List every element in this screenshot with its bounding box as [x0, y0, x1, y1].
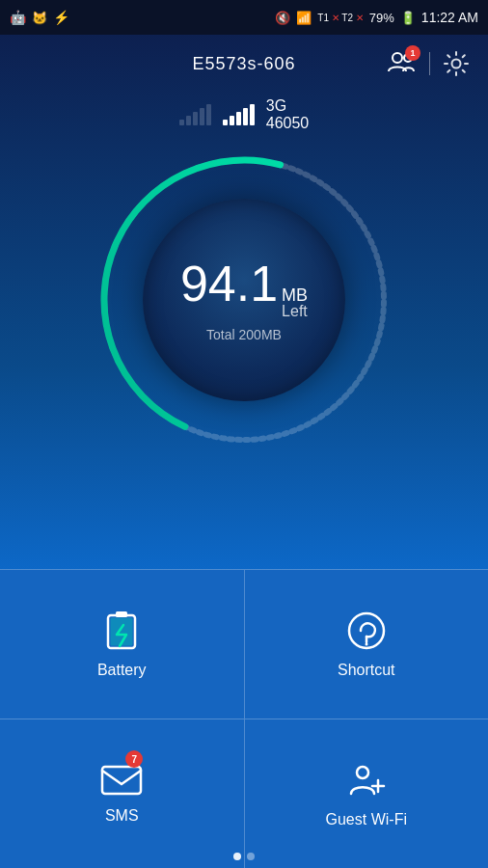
- main-content: E5573s-606 1: [0, 35, 488, 868]
- svg-point-10: [365, 643, 367, 646]
- status-left-icons: 🤖 🐱 ⚡: [10, 10, 69, 25]
- usb-icon: ⚡: [53, 10, 69, 25]
- svg-rect-8: [111, 618, 133, 646]
- svg-point-12: [357, 767, 368, 778]
- svg-point-2: [452, 60, 461, 68]
- data-mb-label: MB: [282, 286, 308, 304]
- page-dots: [233, 853, 255, 860]
- data-gauge: 94.1 MB Left Total 200MB: [90, 146, 398, 454]
- guest-wifi-icon: [345, 759, 388, 801]
- battery-indicator: 79%: [369, 11, 394, 25]
- battery-label: Battery: [97, 662, 147, 679]
- wifi-icon: 📶: [296, 11, 312, 25]
- user-badge: 1: [405, 45, 420, 61]
- status-right-area: 🔇 📶 T1 ✕ T2 ✕ 79% 🔋 11:22 AM: [275, 10, 478, 25]
- signal-bars-dim: [179, 104, 211, 125]
- data-value-display: 94.1 MB Left: [180, 258, 308, 323]
- data-total-label: Total 200MB: [206, 327, 282, 342]
- grid-row-2: 7 SMS Guest Wi-Fi: [0, 719, 488, 868]
- shortcut-icon: [345, 610, 388, 652]
- mute-icon: 🔇: [275, 11, 290, 25]
- page-dot-2[interactable]: [247, 853, 255, 860]
- data-unit-wrap: MB Left: [282, 286, 308, 319]
- user-icon-wrap[interactable]: 1: [387, 50, 416, 77]
- network-area: 3G 46050: [0, 93, 488, 146]
- gauge-inner-display: 94.1 MB Left Total 200MB: [143, 199, 345, 401]
- svg-rect-11: [102, 767, 141, 794]
- sms-envelope-icon: [100, 763, 143, 798]
- shortcut-cell[interactable]: Shortcut: [245, 570, 489, 719]
- data-left-label: Left: [282, 304, 308, 319]
- svg-rect-7: [116, 611, 127, 617]
- network-type: 3G: [266, 96, 286, 115]
- battery-cell[interactable]: Battery: [0, 570, 245, 719]
- guest-wifi-cell[interactable]: Guest Wi-Fi: [245, 719, 489, 868]
- sms-label: SMS: [105, 807, 139, 825]
- android-icon: 🤖: [10, 10, 26, 25]
- sms-cell[interactable]: 7 SMS: [0, 719, 245, 868]
- bottom-grid: Battery Shortcut: [0, 569, 488, 868]
- device-name: E5573s-606: [192, 54, 295, 74]
- guest-wifi-label: Guest Wi-Fi: [326, 811, 407, 828]
- svg-point-0: [393, 53, 402, 63]
- data-number: 94.1: [180, 258, 278, 309]
- sim-status: T1 ✕ T2 ✕: [317, 13, 364, 23]
- settings-icon[interactable]: [444, 51, 469, 76]
- battery-icon-symbol: 🔋: [400, 11, 416, 25]
- page-dot-1[interactable]: [233, 853, 241, 860]
- network-number: 46050: [266, 115, 310, 132]
- network-info: 3G 46050: [266, 96, 310, 132]
- signal-bars-active: [223, 104, 255, 125]
- grid-row-1: Battery Shortcut: [0, 569, 488, 719]
- header-bar: E5573s-606 1: [0, 35, 488, 93]
- cat-icon: 🐱: [32, 11, 47, 25]
- status-bar: 🤖 🐱 ⚡ 🔇 📶 T1 ✕ T2 ✕ 79% 🔋 11:22 AM: [0, 0, 488, 35]
- header-actions: 1: [387, 50, 469, 77]
- battery-charging-icon: [104, 610, 139, 652]
- header-divider: [429, 52, 430, 75]
- clock: 11:22 AM: [421, 10, 478, 25]
- shortcut-label: Shortcut: [338, 662, 395, 679]
